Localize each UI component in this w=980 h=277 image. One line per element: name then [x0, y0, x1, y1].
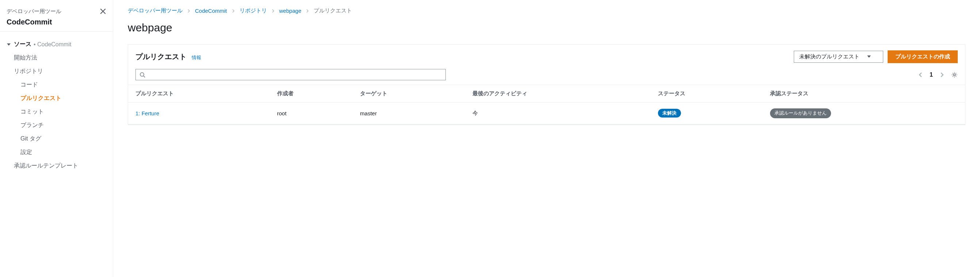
status-filter-label: 未解決のプルリクエスト [799, 53, 859, 60]
breadcrumb-codecommit[interactable]: CodeCommit [195, 8, 227, 14]
sidebar-subtitle: デベロッパー用ツール [6, 8, 106, 15]
search-input[interactable] [148, 72, 442, 78]
col-status[interactable]: ステータス [651, 85, 763, 103]
sidebar-title: CodeCommit [6, 18, 106, 26]
status-badge: 未解決 [658, 109, 681, 118]
nav-item-approval-templates[interactable]: 承認ルールテンプレート [0, 159, 113, 173]
col-approval-status[interactable]: 承認ステータス [763, 85, 965, 103]
panel-header: プルリクエスト 情報 未解決のプルリクエスト プルリクエストの作成 [128, 45, 965, 69]
svg-point-1 [953, 74, 955, 76]
sidebar-nav: ソース • CodeCommit 開始方法 リポジトリ コード プルリクエスト … [0, 32, 113, 178]
pr-activity: 今 [465, 103, 651, 124]
pr-target: master [353, 103, 465, 124]
breadcrumb-dev-tools[interactable]: デベロッパー用ツール [128, 7, 183, 14]
approval-badge: 承認ルールがありません [770, 108, 831, 118]
col-last-activity[interactable]: 最後のアクティビティ [465, 85, 651, 103]
pull-requests-table: プルリクエスト 作成者 ターゲット 最後のアクティビティ ステータス 承認ステー… [128, 85, 965, 124]
sidebar-header: デベロッパー用ツール CodeCommit [0, 0, 113, 32]
svg-point-0 [140, 73, 144, 76]
caret-down-icon [6, 42, 11, 47]
table-header-row: プルリクエスト 作成者 ターゲット 最後のアクティビティ ステータス 承認ステー… [128, 85, 965, 103]
chevron-right-icon [305, 9, 309, 13]
table-row: 1: Ferture root master 今 未解決 承認ルールがありません [128, 103, 965, 124]
next-page-button[interactable] [939, 72, 945, 77]
create-pull-request-button[interactable]: プルリクエストの作成 [888, 50, 958, 63]
nav-item-pull-requests[interactable]: プルリクエスト [0, 92, 113, 105]
info-link[interactable]: 情報 [192, 54, 201, 61]
breadcrumb-current: プルリクエスト [313, 7, 352, 14]
chevron-right-icon [271, 9, 275, 13]
nav-section-label: ソース [14, 40, 32, 48]
nav-item-branches[interactable]: ブランチ [0, 119, 113, 132]
breadcrumb-repositories[interactable]: リポジトリ [240, 7, 267, 14]
nav-item-getting-started[interactable]: 開始方法 [0, 51, 113, 65]
nav-item-code[interactable]: コード [0, 78, 113, 92]
nav-item-git-tags[interactable]: Git タグ [0, 132, 113, 146]
main: デベロッパー用ツール CodeCommit リポジトリ webpage プルリク… [113, 0, 980, 277]
page-number: 1 [930, 72, 933, 78]
nav-section-source[interactable]: ソース • CodeCommit [0, 38, 113, 51]
search-icon [140, 72, 145, 78]
sidebar: デベロッパー用ツール CodeCommit ソース • CodeCommit 開… [0, 0, 113, 277]
col-pull-request[interactable]: プルリクエスト [128, 85, 270, 103]
col-target[interactable]: ターゲット [353, 85, 465, 103]
status-filter-select[interactable]: 未解決のプルリクエスト [794, 51, 883, 63]
prev-page-button[interactable] [918, 72, 923, 77]
breadcrumb-webpage[interactable]: webpage [279, 8, 302, 14]
pagination: 1 [918, 72, 958, 78]
pull-requests-panel: プルリクエスト 情報 未解決のプルリクエスト プルリクエストの作成 [128, 44, 966, 125]
pr-link[interactable]: 1: Ferture [135, 110, 159, 116]
page-title: webpage [128, 22, 966, 34]
pr-author: root [270, 103, 353, 124]
search-input-wrap[interactable] [135, 69, 446, 80]
breadcrumb: デベロッパー用ツール CodeCommit リポジトリ webpage プルリク… [128, 7, 966, 14]
nav-section-sub: • CodeCommit [33, 41, 71, 48]
chevron-right-icon [187, 9, 191, 13]
nav-item-commits[interactable]: コミット [0, 105, 113, 119]
gear-icon[interactable] [951, 72, 958, 78]
chevron-right-icon [231, 9, 235, 13]
close-icon[interactable] [100, 8, 106, 16]
panel-title: プルリクエスト [135, 52, 186, 62]
nav-item-repositories[interactable]: リポジトリ [0, 65, 113, 78]
caret-down-icon [867, 54, 871, 60]
nav-item-settings[interactable]: 設定 [0, 146, 113, 159]
panel-toolbar: 1 [128, 69, 965, 85]
col-author[interactable]: 作成者 [270, 85, 353, 103]
